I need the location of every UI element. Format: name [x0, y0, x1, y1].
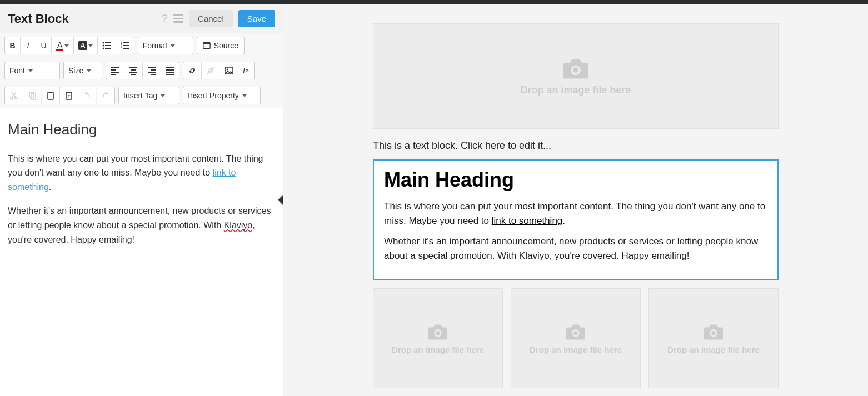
editor-panel: Text Block ? Cancel Save B I U A A 123	[0, 4, 283, 396]
editor-spell-klaviyo: Klaviyo	[224, 220, 253, 230]
undo-button[interactable]	[78, 87, 97, 104]
clear-format-button[interactable]: I✕	[238, 62, 254, 79]
svg-rect-38	[49, 92, 52, 93]
svg-rect-36	[31, 94, 36, 99]
paste-text-button[interactable]: T	[60, 87, 78, 104]
svg-text:3: 3	[121, 47, 122, 50]
svg-text:T: T	[68, 94, 71, 98]
svg-point-49	[711, 330, 715, 334]
preview-paragraph-1: This is where you can put your most impo…	[384, 199, 767, 228]
unlink-button[interactable]	[202, 62, 220, 79]
cut-button[interactable]	[5, 87, 23, 104]
image-triple-row: Drop an image file here Drop an image fi…	[373, 288, 779, 388]
toolbar-row-2: Font Size I✕	[0, 58, 283, 83]
size-dropdown[interactable]: Size	[63, 62, 102, 79]
image-drop-zone-3[interactable]: Drop an image file here	[648, 288, 779, 388]
font-dropdown[interactable]: Font	[4, 62, 60, 79]
svg-rect-22	[148, 67, 156, 68]
insert-property-dropdown[interactable]: Insert Property	[183, 87, 261, 104]
editor-content[interactable]: Main Heading This is where you can put y…	[0, 108, 283, 396]
numbered-list-button[interactable]: 123	[116, 37, 134, 54]
svg-rect-29	[166, 74, 174, 75]
bullet-list-button[interactable]	[98, 37, 116, 54]
preview-panel: Drop an image file here This is a text b…	[283, 4, 868, 396]
svg-rect-19	[131, 69, 136, 71]
svg-point-33	[11, 97, 13, 99]
svg-point-47	[573, 330, 577, 334]
source-label: Source	[214, 41, 238, 50]
insert-property-label: Insert Property	[188, 91, 239, 100]
image-button[interactable]	[220, 62, 238, 79]
svg-rect-7	[123, 42, 129, 43]
svg-point-43	[573, 67, 578, 73]
redo-button[interactable]	[97, 87, 114, 104]
svg-rect-16	[111, 72, 119, 73]
bold-button[interactable]: B	[5, 37, 21, 54]
save-button[interactable]: Save	[238, 10, 275, 27]
format-label: Format	[143, 41, 167, 50]
svg-rect-1	[105, 42, 111, 43]
underline-button[interactable]: U	[36, 37, 52, 54]
align-right-button[interactable]	[143, 62, 161, 79]
preview-heading: Main Heading	[384, 168, 767, 192]
copy-button[interactable]	[23, 87, 42, 104]
drop-text: Drop an image file here	[520, 84, 631, 96]
preview-link-1[interactable]: link to something	[492, 215, 563, 226]
app-topbar	[0, 0, 868, 4]
svg-point-32	[227, 69, 228, 71]
preview-paragraph-2: Whether it's an important announcement, …	[384, 234, 767, 263]
svg-point-0	[102, 42, 104, 44]
insert-tag-dropdown[interactable]: Insert Tag	[118, 87, 179, 104]
paste-button[interactable]	[42, 87, 60, 104]
svg-rect-23	[151, 69, 156, 71]
svg-point-2	[102, 45, 104, 47]
svg-rect-17	[111, 74, 116, 75]
menu-icon[interactable]	[173, 14, 183, 23]
svg-rect-25	[151, 74, 156, 75]
svg-rect-14	[111, 67, 119, 68]
svg-point-34	[15, 97, 17, 99]
svg-rect-18	[129, 67, 137, 68]
cancel-button[interactable]: Cancel	[189, 10, 233, 27]
align-justify-button[interactable]	[161, 62, 179, 79]
image-drop-zone-1[interactable]: Drop an image file here	[373, 288, 503, 388]
font-label: Font	[9, 66, 25, 75]
svg-rect-9	[123, 45, 129, 46]
align-center-button[interactable]	[124, 62, 143, 79]
panel-header: Text Block ? Cancel Save	[0, 4, 283, 33]
svg-rect-35	[29, 92, 34, 98]
toolbar-row-3: T Insert Tag Insert Property	[0, 83, 283, 108]
svg-rect-20	[129, 72, 137, 73]
svg-rect-13	[203, 43, 210, 44]
svg-rect-26	[166, 67, 174, 68]
drop-text: Drop an image file here	[392, 345, 484, 354]
svg-rect-3	[105, 45, 111, 46]
image-drop-zone-2[interactable]: Drop an image file here	[511, 288, 641, 388]
editor-paragraph-1: This is where you can put your most impo…	[8, 152, 275, 194]
drop-text: Drop an image file here	[530, 345, 622, 354]
insert-tag-label: Insert Tag	[123, 91, 157, 100]
svg-rect-21	[131, 74, 136, 75]
svg-point-45	[436, 330, 440, 334]
help-icon[interactable]: ?	[161, 12, 168, 25]
svg-rect-24	[148, 72, 156, 73]
italic-button[interactable]: I	[21, 37, 36, 54]
editor-paragraph-2: Whether it's an important announcement, …	[8, 204, 275, 247]
size-label: Size	[68, 66, 83, 75]
text-color-button[interactable]: A	[52, 37, 74, 54]
editor-heading: Main Heading	[8, 118, 275, 142]
image-drop-zone-hero[interactable]: Drop an image file here	[373, 23, 779, 129]
format-dropdown[interactable]: Format	[138, 37, 193, 54]
svg-point-4	[102, 48, 104, 49]
toolbar-row-1: B I U A A 123 Format Source	[0, 33, 283, 58]
bg-color-button[interactable]: A	[74, 37, 97, 54]
text-block-placeholder[interactable]: This is a text block. Click here to edit…	[373, 140, 779, 152]
selected-text-block[interactable]: Main Heading This is where you can put y…	[373, 159, 779, 280]
source-button[interactable]: Source	[197, 37, 245, 54]
svg-rect-28	[166, 72, 174, 73]
link-button[interactable]	[183, 62, 202, 79]
svg-rect-11	[123, 48, 129, 49]
collapse-panel-icon[interactable]	[278, 194, 283, 205]
align-left-button[interactable]	[106, 62, 124, 79]
drop-text: Drop an image file here	[667, 345, 760, 354]
